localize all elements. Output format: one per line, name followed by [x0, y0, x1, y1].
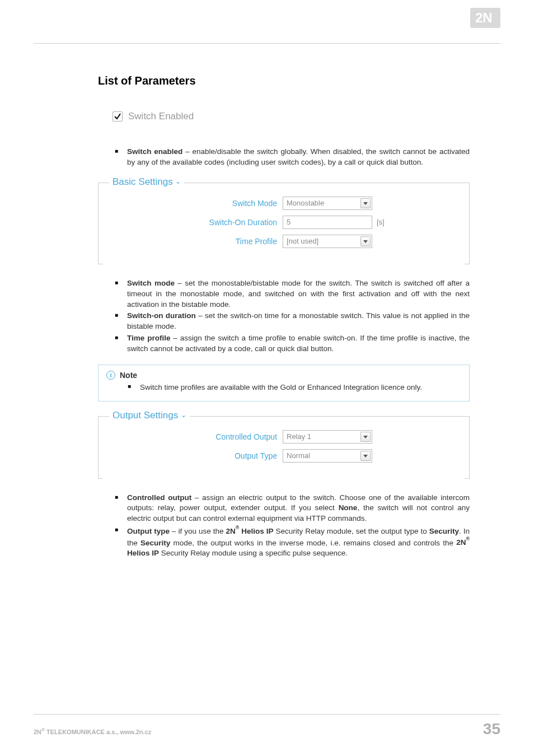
dropdown-caret-icon: [360, 451, 371, 461]
svg-text:2N: 2N: [475, 10, 493, 25]
footer-company: 2N® TELEKOMUNIKACE a.s., www.2n.cz: [34, 727, 151, 735]
switch-enabled-label: Switch Enabled: [128, 111, 194, 122]
time-profile-value: [not used]: [287, 237, 318, 245]
basic-settings-description: Switch mode – set the monostable/bistabl…: [98, 278, 470, 354]
chevron-down-icon: ⌄: [181, 411, 186, 419]
time-profile-label: Time Profile: [120, 237, 283, 246]
desc: Security Relay module using a specific p…: [159, 549, 348, 557]
output-settings-group: Output Settings ⌄ Controlled Output Rela…: [98, 416, 470, 478]
output-type-label: Output Type: [120, 451, 283, 460]
note-text: Switch time profiles are available with …: [140, 382, 460, 393]
svg-marker-4: [363, 436, 368, 438]
switch-mode-label: Switch Mode: [120, 199, 283, 208]
desc: mode, the output works in the inverse mo…: [170, 538, 456, 547]
switch-on-duration-input[interactable]: 5: [283, 216, 372, 229]
controlled-output-value: Relay 1: [287, 432, 311, 441]
desc: – assign the switch a time profile to en…: [127, 334, 470, 353]
switch-mode-select[interactable]: Monostable: [283, 197, 372, 210]
svg-marker-5: [363, 455, 368, 458]
security-keyword: Security: [429, 527, 459, 535]
basic-settings-title[interactable]: Basic Settings ⌄: [109, 176, 184, 188]
term: Switch-on duration: [127, 311, 196, 320]
term: Controlled output: [127, 493, 191, 502]
none-keyword: None: [339, 503, 358, 512]
brand-logo: 2N: [470, 8, 500, 30]
note-title: Note: [120, 371, 137, 380]
term: Switch enabled: [127, 147, 182, 156]
dropdown-caret-icon: [360, 432, 371, 442]
switch-on-duration-unit: [s]: [377, 218, 385, 226]
controlled-output-select[interactable]: Relay 1: [283, 430, 372, 444]
output-type-select[interactable]: Normal: [283, 449, 372, 463]
output-settings-description: Controlled output – assign an electric o…: [98, 493, 470, 559]
section-heading: List of Parameters: [98, 74, 470, 87]
switch-on-duration-value: 5: [287, 218, 291, 226]
svg-marker-2: [363, 202, 368, 205]
desc: Security Relay module, set the output ty…: [273, 527, 429, 535]
term: Switch mode: [127, 279, 175, 287]
dropdown-caret-icon: [360, 236, 371, 246]
security-keyword: Security: [140, 538, 170, 547]
basic-settings-group: Basic Settings ⌄ Switch Mode Monostable …: [98, 183, 470, 264]
output-settings-title[interactable]: Output Settings ⌄: [109, 410, 190, 421]
output-type-value: Normal: [287, 451, 310, 460]
term: Time profile: [127, 334, 170, 342]
term: Output type: [127, 527, 170, 535]
switch-mode-value: Monostable: [287, 199, 324, 207]
controlled-output-label: Controlled Output: [120, 432, 283, 441]
chevron-down-icon: ⌄: [175, 178, 181, 185]
desc: – set the monostable/bistable mode for t…: [127, 279, 470, 309]
switch-enabled-description: Switch enabled – enable/disable the swit…: [98, 147, 470, 168]
switch-on-duration-label: Switch-On Duration: [120, 218, 283, 227]
desc: – if you use the: [170, 527, 226, 535]
output-settings-title-text: Output Settings: [113, 410, 178, 421]
note-box: i Note Switch time profiles are availabl…: [98, 365, 470, 402]
dropdown-caret-icon: [360, 198, 371, 208]
info-icon: i: [106, 371, 115, 380]
svg-marker-3: [363, 240, 368, 243]
switch-enabled-checkbox[interactable]: [113, 111, 123, 122]
page-number: 35: [483, 720, 500, 738]
time-profile-select[interactable]: [not used]: [283, 235, 372, 248]
basic-settings-title-text: Basic Settings: [113, 176, 173, 187]
brand: 2N® Helios IP: [226, 527, 273, 535]
